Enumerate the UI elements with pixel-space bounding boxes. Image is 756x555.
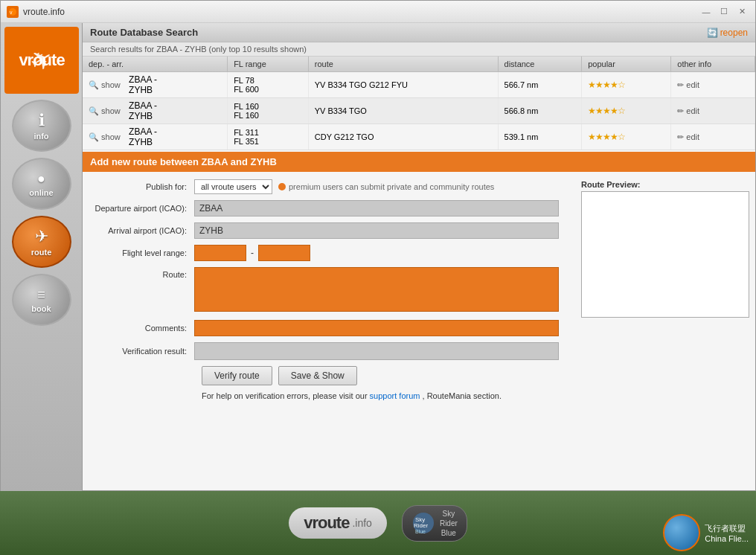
cell-route: YV B334 TGO G212 FYU [308, 72, 498, 98]
sidebar-item-online[interactable]: ● online [12, 158, 71, 210]
window-controls: — ☐ ✕ [699, 6, 749, 18]
svg-text:Rider: Rider [414, 522, 428, 529]
sky-badge: Sky Rider Blue SkyRiderBlue [402, 505, 467, 542]
cell-distance: 566.8 nm [498, 98, 582, 124]
vroute-bottom-text: vroute [304, 513, 349, 533]
fl-from-input[interactable] [194, 245, 246, 261]
sidebar-item-book[interactable]: ≡ book [12, 274, 71, 326]
premium-note-text: premium users can submit private and com… [289, 182, 494, 191]
cell-fl-range: FL 311 FL 351 [228, 124, 309, 150]
sidebar: ✈ vroute ℹ info ● online ✈ route ≡ book [1, 23, 83, 492]
fl-range-row: Flight level range: - [90, 245, 569, 261]
china-text-cn: 飞行者联盟 [705, 523, 749, 534]
star-rating: ★★★★☆ [588, 132, 625, 142]
cell-dep-arr: 🔍 show ZBAA -ZYHB [83, 72, 228, 98]
cell-dep-arr: 🔍 show ZBAA -ZYHB [83, 124, 228, 150]
svg-text:Blue: Blue [415, 529, 426, 534]
cell-fl-range: FL 160 FL 160 [228, 98, 309, 124]
verify-route-button[interactable]: Verify route [202, 366, 272, 385]
form-left: Publish for: all vroute users private co… [90, 179, 569, 400]
col-dep-arr: dep. - arr. [83, 57, 228, 72]
search-header-title: Route Database Search [90, 27, 198, 38]
star-rating: ★★★★☆ [588, 80, 625, 90]
sidebar-item-label-book: book [31, 304, 51, 313]
route-row: Route: [90, 267, 569, 314]
dep-arr-value: ZBAA -ZYHB [129, 100, 157, 121]
cell-fl-range: FL 78 FL 600 [228, 72, 309, 98]
form-content-wrapper: Publish for: all vroute users private co… [90, 179, 748, 400]
main-content: Route Database Search 🔄 reopen Search re… [83, 23, 755, 490]
online-icon: ● [37, 171, 45, 187]
button-row: Verify route Save & Show [90, 366, 569, 385]
app-icon: v [7, 6, 19, 18]
show-link[interactable]: 🔍 show [89, 80, 121, 90]
departure-input[interactable] [194, 200, 559, 216]
verification-row: Verification result: [90, 342, 569, 360]
save-show-button[interactable]: Save & Show [278, 366, 357, 385]
sidebar-item-label-route: route [31, 248, 52, 257]
edit-link[interactable]: ✏ edit [677, 106, 749, 116]
reopen-label: reopen [720, 28, 748, 38]
info-icon: ℹ [39, 111, 45, 130]
arrival-row: Arrival airport (ICAO): [90, 222, 569, 239]
close-button[interactable]: ✕ [734, 6, 749, 18]
col-distance: distance [498, 57, 582, 72]
verification-box [194, 342, 559, 360]
arrival-input[interactable] [194, 222, 559, 239]
support-forum-link[interactable]: support forum [370, 391, 420, 400]
sidebar-item-label-info: info [33, 132, 48, 141]
sidebar-item-route[interactable]: ✈ route [12, 216, 71, 268]
vroute-bottom-logo: vroute .info [289, 507, 387, 539]
cell-popular: ★★★★☆ [582, 72, 671, 98]
title-bar: v vroute.info — ☐ ✕ [1, 1, 755, 23]
cell-route: CDY G212 TGO [308, 124, 498, 150]
comments-row: Comments: [90, 320, 569, 336]
publish-select[interactable]: all vroute users private community [194, 179, 272, 194]
fl-separator: - [251, 248, 254, 258]
publish-label: Publish for: [90, 182, 194, 191]
fl-label: Flight level range: [90, 248, 194, 257]
sidebar-item-info[interactable]: ℹ info [12, 100, 71, 152]
table-row: 🔍 show ZBAA -ZYHB FL 78 FL 600 YV B334 T… [83, 72, 755, 98]
edit-link[interactable]: ✏ edit [677, 80, 749, 90]
comments-input[interactable] [194, 320, 559, 336]
cell-popular: ★★★★☆ [582, 98, 671, 124]
sidebar-item-label-online: online [29, 188, 53, 197]
edit-link[interactable]: ✏ edit [677, 132, 749, 142]
route-icon: ✈ [35, 227, 48, 246]
dep-arr-value: ZBAA -ZYHB [129, 126, 157, 147]
publish-row: Publish for: all vroute users private co… [90, 179, 569, 194]
departure-row: Departure airport (ICAO): [90, 200, 569, 216]
reopen-icon: 🔄 [707, 28, 718, 38]
route-label: Route: [90, 267, 194, 279]
sky-badge-text: SkyRiderBlue [440, 509, 458, 538]
preview-label: Route Preview: [577, 179, 644, 190]
cell-dep-arr: 🔍 show ZBAA -ZYHB [83, 98, 228, 124]
plane-icon: ✈ [25, 41, 60, 79]
route-textarea-wrapper [194, 267, 559, 314]
cell-distance: 566.7 nm [498, 72, 582, 98]
maximize-button[interactable]: ☐ [717, 6, 731, 18]
minimize-button[interactable]: — [699, 6, 714, 18]
cell-route: YV B334 TGO [308, 98, 498, 124]
col-popular: popular [582, 57, 671, 72]
help-text-suffix: , RouteMania section. [423, 391, 502, 400]
help-text-row: For help on verification errors, please … [90, 391, 569, 400]
reopen-link[interactable]: 🔄 reopen [707, 28, 748, 38]
cell-distance: 539.1 nm [498, 124, 582, 150]
fl-to-input[interactable] [258, 245, 310, 261]
col-route: route [308, 57, 498, 72]
china-flt-badge: 飞行者联盟 China Flie... [663, 514, 749, 551]
china-text-block: 飞行者联盟 China Flie... [705, 523, 749, 543]
comments-label: Comments: [90, 324, 194, 333]
show-link[interactable]: 🔍 show [89, 132, 121, 142]
form-area: Publish for: all vroute users private co… [83, 172, 755, 408]
premium-note: premium users can submit private and com… [278, 182, 494, 191]
verification-label: Verification result: [90, 347, 194, 356]
results-table: dep. - arr. FL range route distance popu… [83, 57, 755, 150]
show-link[interactable]: 🔍 show [89, 106, 121, 116]
table-row: 🔍 show ZBAA -ZYHB FL 311 FL 351 CDY G212… [83, 124, 755, 150]
search-header: Route Database Search 🔄 reopen [83, 23, 755, 42]
route-textarea[interactable] [194, 267, 559, 312]
cell-other-info: ✏ edit [671, 124, 755, 150]
